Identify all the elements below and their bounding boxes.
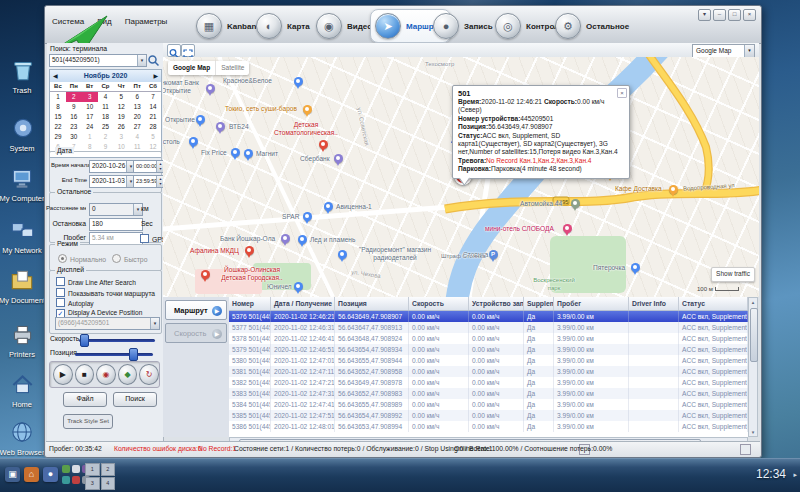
radio-icon[interactable] (112, 254, 121, 263)
calendar-day[interactable]: 22 (50, 122, 66, 132)
calendar-day[interactable]: 19 (113, 112, 129, 122)
map-pin-purple[interactable] (206, 84, 215, 93)
calendar-day[interactable]: 1 (82, 132, 98, 142)
calendar-day[interactable]: 8 (50, 102, 66, 112)
terminal-search-input[interactable]: 501(445209501) ▾ (49, 54, 147, 67)
calendar-day[interactable]: 29 (50, 132, 66, 142)
table-row[interactable]: 5377 501(44522020-11-02 12:46:31 / 2056.… (229, 322, 748, 333)
table-row[interactable]: 5376 501(44522020-11-02 12:46:21 / 2056.… (229, 311, 748, 322)
calendar-day[interactable]: 12 (113, 102, 129, 112)
toolbar-button-видео[interactable]: ◉Видео (316, 11, 372, 41)
radio-icon[interactable] (58, 254, 67, 263)
stop-button[interactable]: ■ (75, 364, 95, 385)
map-pin-gray[interactable] (571, 199, 580, 208)
table-row[interactable]: 5381 501(44522020-11-02 12:47:11 / 2056.… (229, 366, 748, 377)
map-pin-blue[interactable] (338, 250, 347, 259)
calendar-day[interactable]: 21 (145, 112, 161, 122)
shade-button[interactable]: ▾ (698, 9, 711, 21)
desktop-icon-my-network[interactable]: My Network (0, 216, 45, 255)
speed-slider-thumb[interactable] (80, 334, 89, 347)
map-pin-red[interactable] (319, 140, 328, 149)
calendar-day[interactable]: 10 (82, 102, 98, 112)
taskbar-tray-icon[interactable] (62, 476, 70, 484)
minimize-button[interactable]: – (713, 9, 726, 21)
toolbar-button-карта[interactable]: ◐Карта (256, 11, 310, 41)
distance-select[interactable]: 0▾ (89, 203, 143, 216)
calendar-day[interactable]: 6 (129, 92, 145, 102)
taskbar-tray-icon[interactable] (72, 465, 80, 473)
status-icon[interactable] (740, 444, 751, 455)
calendar-day[interactable]: 16 (66, 112, 82, 122)
menu-item[interactable]: Параметры (125, 17, 168, 26)
map-pin-blue[interactable] (244, 149, 253, 158)
toolbar-button-запись[interactable]: ●Запись (433, 11, 493, 41)
column-header[interactable]: Устройство записи с (469, 297, 524, 310)
calendar-day[interactable]: 1 (50, 92, 66, 102)
map-fullscreen-icon[interactable] (181, 44, 195, 57)
calendar-next-icon[interactable]: ▶ (153, 70, 158, 82)
taskbar-app-icon[interactable]: ⌂ (24, 467, 39, 482)
replay-button[interactable]: ↻ (139, 364, 159, 385)
calendar-day[interactable]: 5 (113, 92, 129, 102)
close-button[interactable]: × (743, 9, 756, 21)
search-button[interactable]: Поиск (113, 392, 157, 407)
calendar-day[interactable]: 2 (98, 132, 114, 142)
scroll-up-icon[interactable]: ▴ (749, 299, 757, 305)
checkbox-icon[interactable] (56, 288, 65, 297)
workspace-cell[interactable]: 2 (101, 463, 116, 476)
calendar-day[interactable]: 9 (66, 102, 82, 112)
taskbar-app-icon[interactable]: ▣ (5, 467, 20, 482)
map-pin-purple[interactable] (334, 154, 343, 163)
desktop-icon-my-computer[interactable]: My Computer (0, 164, 45, 203)
calendar-day[interactable]: 28 (145, 122, 161, 132)
column-header[interactable]: Статус (679, 297, 748, 310)
map-pin-blue[interactable] (189, 137, 198, 146)
map-pin-blue[interactable] (294, 77, 303, 86)
map-pin-blue[interactable] (294, 282, 303, 291)
tab-speed[interactable]: Скорость▶ (165, 323, 227, 343)
end-date-select[interactable]: 2020-11-03▾ (89, 175, 136, 188)
taskbar-tray-icon[interactable] (72, 476, 80, 484)
chevron-down-icon[interactable]: ▾ (744, 45, 754, 57)
calendar-day[interactable]: 2 (66, 92, 82, 102)
vertical-scrollbar[interactable]: ▴ ▾ (748, 297, 758, 437)
device-select[interactable]: (6966)445209501▾ (55, 317, 160, 330)
tab-route[interactable]: Маршрут▶ (165, 300, 227, 320)
column-header[interactable]: Дата / Получение време (271, 297, 335, 310)
map-pin-parking[interactable] (489, 250, 498, 259)
map-pin-blue[interactable] (231, 148, 240, 157)
toolbar-button-контроль[interactable]: ◎Контроль (495, 11, 564, 41)
table-row[interactable]: 5385 501(44522020-11-02 12:47:51 / 2056.… (229, 410, 748, 421)
start-date-select[interactable]: 2020-10-26▾ (89, 160, 136, 173)
table-row[interactable]: 5378 501(44522020-11-02 12:46:41 / 2056.… (229, 333, 748, 344)
chevron-down-icon[interactable]: ▾ (150, 318, 159, 329)
popup-close-icon[interactable]: × (617, 88, 627, 98)
vertical-scroll-thumb[interactable] (750, 308, 758, 362)
show-traffic-button[interactable]: Show traffic (711, 267, 755, 282)
table-row[interactable]: 5384 501(44522020-11-02 12:47:41 / 2056.… (229, 399, 748, 410)
desktop-icon-printers[interactable]: Printers (0, 320, 45, 359)
speed-slider-track[interactable] (79, 339, 155, 342)
map-zoom-icon[interactable] (167, 44, 181, 57)
position-slider-thumb[interactable] (129, 348, 138, 361)
map-layer-map-button[interactable]: Google Map (168, 61, 215, 75)
stop-input[interactable]: 180 (89, 218, 143, 231)
display-option-1[interactable]: Показывать точки маршрута (56, 288, 155, 297)
column-header[interactable]: Скорость (409, 297, 469, 310)
display-option-2[interactable]: Autoplay (56, 298, 94, 307)
search-icon[interactable] (147, 54, 160, 67)
calendar-day[interactable]: 3 (113, 132, 129, 142)
taskbar-expand-icon[interactable]: ▸ (793, 471, 797, 479)
table-row[interactable]: 5382 501(44522020-11-02 12:47:21 / 2056.… (229, 377, 748, 388)
desktop-icon-web-browser[interactable]: Web Browser (0, 418, 45, 457)
calendar-day[interactable]: 3 (82, 92, 98, 102)
table-row[interactable]: 5380 501(44522020-11-02 12:47:01 / 2056.… (229, 355, 748, 366)
mode-normal-radio[interactable]: Нормально (58, 254, 106, 263)
map-pin-purple[interactable] (216, 122, 225, 131)
column-header[interactable]: Supplement (524, 297, 554, 310)
chevron-down-icon[interactable]: ▾ (137, 55, 146, 66)
start-time-spinner[interactable]: 00:00:00▴▾ (133, 160, 165, 173)
calendar-day[interactable]: 15 (50, 112, 66, 122)
position-slider-track[interactable] (75, 353, 153, 356)
table-row[interactable]: 5379 501(44522020-11-02 12:46:51 / 2056.… (229, 344, 748, 355)
